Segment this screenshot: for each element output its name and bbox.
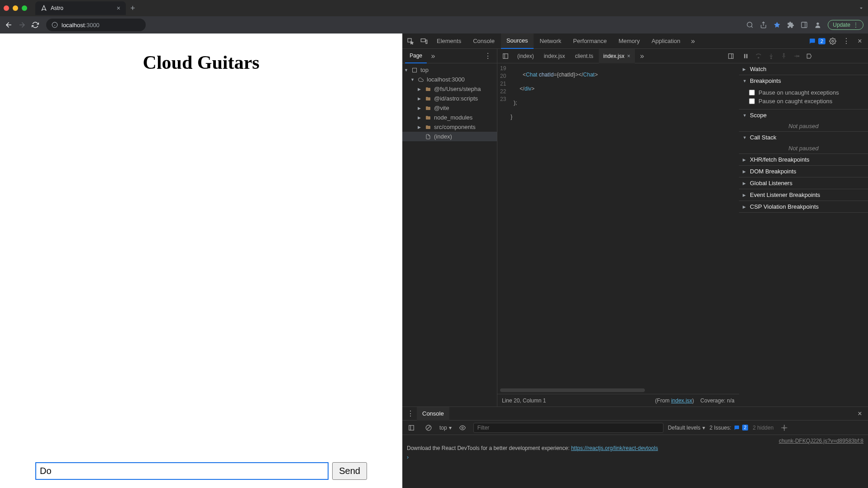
tree-node-host[interactable]: ▼ localhost:3000 (402, 75, 497, 84)
maximize-window-button[interactable] (22, 5, 27, 11)
bookmark-star-icon[interactable] (773, 21, 781, 29)
section-header[interactable]: ▶Global Listeners (739, 177, 868, 189)
send-button[interactable]: Send (332, 462, 367, 480)
side-panel-icon[interactable] (801, 21, 808, 29)
code-editor[interactable]: 1920212223 <Chat chatId={chatId}></Chat>… (497, 63, 739, 388)
extensions-icon[interactable] (787, 21, 794, 29)
section-header[interactable]: ▶Event Listener Breakpoints (739, 189, 868, 201)
tab-performance[interactable]: Performance (568, 33, 612, 49)
chat-input[interactable] (35, 462, 329, 480)
step-out-button[interactable] (779, 53, 789, 59)
new-tab-button[interactable]: + (130, 4, 135, 13)
drawer-menu-icon[interactable]: ⋮ (404, 407, 417, 420)
editor-scrollbar[interactable] (500, 388, 645, 392)
reload-button[interactable] (32, 21, 39, 29)
editor-tab-active[interactable]: index.jsx × (599, 49, 635, 63)
hidden-messages[interactable]: 2 hidden (753, 425, 773, 431)
editor-tab[interactable]: (index) (513, 49, 539, 63)
tab-memory[interactable]: Memory (613, 33, 645, 49)
clear-console-icon[interactable] (422, 421, 435, 434)
pause-caught-checkbox[interactable]: Pause on caught exceptions (749, 97, 864, 105)
tree-file[interactable]: (index) (402, 132, 497, 141)
sources-navigator: Page » ⋮ ▼ top ▼ localhost:3000 (402, 49, 497, 407)
toggle-debugger-icon[interactable] (725, 50, 737, 62)
tree-folder[interactable]: ▶ @fs/Users/stepha (402, 84, 497, 94)
log-levels-selector[interactable]: Default levels ▾ (668, 425, 705, 431)
tab-console[interactable]: Console (467, 33, 500, 49)
section-header[interactable]: ▶Watch (739, 63, 868, 75)
svg-point-21 (771, 57, 772, 58)
section-header[interactable]: ▶CSP Violation Breakpoints (739, 201, 868, 212)
inspect-element-icon[interactable] (404, 35, 417, 48)
toggle-navigator-icon[interactable] (499, 50, 512, 62)
more-tabs-icon[interactable]: » (687, 35, 699, 48)
pause-script-button[interactable] (741, 53, 751, 59)
section-header[interactable]: ▶DOM Breakpoints (739, 166, 868, 177)
site-info-icon[interactable] (52, 22, 58, 28)
console-filter-input[interactable] (473, 423, 663, 433)
console-output[interactable]: chunk-DFKQJ226.js?v=d89583bf:8 Download … (402, 435, 868, 488)
tree-folder[interactable]: ▶ @id/astro:scripts (402, 94, 497, 103)
navigator-menu-icon[interactable]: ⋮ (482, 50, 494, 62)
share-icon[interactable] (760, 21, 767, 29)
editor-statusbar: Line 20, Column 1 (From index.jsx) Cover… (497, 394, 739, 407)
message-link[interactable]: https://reactjs.org/link/react-devtools (571, 445, 658, 451)
svg-point-19 (758, 57, 759, 58)
update-button[interactable]: Update ⋮ (828, 20, 863, 30)
section-header[interactable]: ▶XHR/fetch Breakpoints (739, 154, 868, 165)
back-button[interactable] (5, 21, 13, 29)
svg-point-25 (798, 55, 799, 56)
section-title: XHR/fetch Breakpoints (750, 156, 810, 163)
navigator-more-icon[interactable]: » (427, 50, 439, 62)
close-window-button[interactable] (4, 5, 9, 11)
issues-indicator[interactable]: 2 (809, 38, 825, 44)
tab-sources[interactable]: Sources (501, 33, 534, 49)
minimize-window-button[interactable] (13, 5, 18, 11)
tab-elements[interactable]: Elements (431, 33, 467, 49)
navigator-tab-page[interactable]: Page (405, 49, 427, 63)
live-expression-icon[interactable] (456, 421, 469, 434)
file-tree: ▼ top ▼ localhost:3000 ▶ @fs/Users/steph… (402, 63, 497, 407)
pause-uncaught-checkbox[interactable]: Pause on uncaught exceptions (749, 88, 864, 97)
tab-list-dropdown-icon[interactable] (858, 5, 864, 11)
editor-tab[interactable]: client.ts (570, 49, 598, 63)
forward-button[interactable] (18, 21, 26, 29)
source-link[interactable]: index.jsx (671, 397, 692, 404)
console-sidebar-icon[interactable] (405, 421, 418, 434)
tree-folder[interactable]: ▶ node_modules (402, 113, 497, 122)
step-into-button[interactable] (766, 53, 776, 59)
editor-tab[interactable]: index.jsx (539, 49, 570, 63)
section-header[interactable]: ▼Scope (739, 110, 868, 121)
tree-folder[interactable]: ▶ src/components (402, 122, 497, 132)
message-source-link[interactable]: chunk-DFKQJ226.js?v=d89583bf:8 (407, 438, 863, 444)
drawer-tab-console[interactable]: Console (417, 407, 449, 421)
browser-tab[interactable]: Astro × (35, 1, 126, 15)
section-header[interactable]: ▼Call Stack (739, 132, 868, 143)
tree-node-top[interactable]: ▼ top (402, 65, 497, 75)
close-drawer-icon[interactable]: × (854, 407, 866, 420)
close-devtools-icon[interactable]: × (854, 35, 866, 48)
console-settings-icon[interactable] (778, 421, 791, 434)
editor-more-tabs-icon[interactable]: » (636, 50, 649, 62)
section-header[interactable]: ▼Breakpoints (739, 75, 868, 86)
devtools-menu-icon[interactable]: ⋮ (840, 35, 853, 48)
tab-application[interactable]: Application (646, 33, 686, 49)
address-bar[interactable]: localhost:3000 (46, 19, 146, 31)
settings-gear-icon[interactable] (826, 35, 839, 48)
close-editor-tab-icon[interactable]: × (627, 53, 630, 59)
code-content: <Chat chatId={chatId}></Chat> </div> ); … (510, 63, 598, 388)
console-issues[interactable]: 2 Issues: 2 (710, 425, 749, 431)
zoom-icon[interactable] (746, 21, 754, 29)
levels-label: Default levels (668, 425, 701, 431)
device-toolbar-icon[interactable] (418, 35, 430, 48)
file-icon (425, 134, 431, 139)
tree-folder[interactable]: ▶ @vite (402, 103, 497, 113)
tab-network[interactable]: Network (534, 33, 567, 49)
step-button[interactable] (792, 53, 801, 59)
step-over-button[interactable] (754, 53, 763, 59)
close-tab-icon[interactable]: × (117, 5, 120, 12)
deactivate-breakpoints-button[interactable] (804, 53, 814, 59)
editor-column: (index) index.jsx client.ts index.jsx × … (497, 49, 739, 407)
context-selector[interactable]: top ▾ (439, 425, 452, 431)
profile-icon[interactable] (814, 21, 821, 29)
